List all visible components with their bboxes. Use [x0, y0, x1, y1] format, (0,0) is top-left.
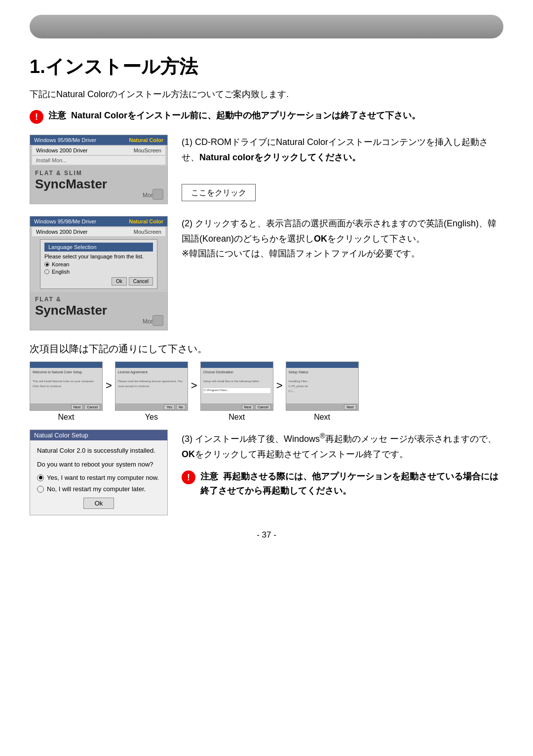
- install-complete-dialog: Natual Color Setup Natural Color 2.0 is …: [30, 430, 168, 515]
- radio-no-label: No, I will restart my computer later.: [47, 485, 146, 493]
- step-3-right: (3) インストール終了後、Windows®再起動のメッセ ージが表示されますの…: [182, 430, 503, 498]
- thumb-label-1: Next: [58, 413, 75, 422]
- syncmaster-bottom-2: FLAT & SyncMaster Monitor: [30, 292, 167, 330]
- step-2-content: クリックすると、表示言語の選択画面が表示されますので英語(English)、韓国…: [182, 218, 496, 258]
- step-1-content: CD-ROMドライブにNatural Colorインストールコンテンツを挿入し起…: [182, 137, 488, 162]
- arrow-3: >: [276, 379, 283, 392]
- syncmaster-header-2: Windows 95/98/Me Driver Natural Color: [30, 216, 167, 226]
- thumb-3: Choose DestinationSetup will install fil…: [200, 361, 273, 411]
- caution-box-1: ! 注意 Natural Colorをインストール前に、起動中の他アプリケーショ…: [30, 109, 503, 124]
- dialog-cancel-btn[interactable]: Cancel: [129, 277, 153, 286]
- dialog-title-bar: Natual Color Setup: [30, 430, 167, 440]
- page-title: 1.インストール方法: [30, 54, 503, 79]
- thumb-2: License AgreementPlease read the followi…: [115, 361, 188, 411]
- thumb-4: Setup StatusInstalling Files...C:\Pl_pho…: [286, 361, 359, 411]
- step-3-content: インストール終了後、Windows®再起動のメッセ ージが表示されますので、OK…: [182, 434, 496, 459]
- thumb-item-2: License AgreementPlease read the followi…: [115, 361, 188, 422]
- caution-text-2: 注意 再起動させる際には、他アプリケーションを起動させている場合には終了させてか…: [200, 469, 503, 498]
- syncmaster-header-1: Windows 95/98/Me Driver Natural Color: [30, 135, 167, 145]
- dialog-ok-btn[interactable]: Ok: [112, 277, 127, 286]
- step-1-number: (1): [182, 137, 195, 147]
- radio-option-no: No, I will restart my computer later.: [37, 485, 160, 493]
- caution-message-1: Natural Colorをインストール前に、起動中の他アプリケーションは終了さ…: [71, 110, 420, 120]
- next-row-label: 次項目以降は下記の通りにして下さい。: [30, 342, 503, 356]
- caution-box-2: ! 注意 再起動させる際には、他アプリケーションを起動させている場合には終了させ…: [182, 469, 503, 498]
- step-2-text: (2) クリックすると、表示言語の選択画面が表示されますので英語(English…: [182, 216, 503, 261]
- caution-icon-2: !: [182, 470, 195, 484]
- thumb-item-1: Welcome to Natural Color SetupThis will …: [30, 361, 103, 422]
- screenshot-1: Windows 95/98/Me Driver Natural Color Wi…: [30, 135, 168, 204]
- caution-icon-1: !: [30, 110, 43, 124]
- radio-option-yes: Yes, I want to restart my computer now.: [37, 474, 160, 481]
- dialog-body: Natural Color 2.0 is successfully instal…: [30, 440, 167, 515]
- syncmaster-icon-2: [152, 315, 163, 326]
- step-3-number: (3): [182, 434, 195, 444]
- radio-yes-circle: [37, 474, 44, 481]
- dialog-body-line2: Do you want to reboot your system now?: [37, 460, 160, 469]
- thumb-label-2: Yes: [145, 413, 158, 422]
- language-dialog: Language Selection Please select your la…: [40, 239, 157, 289]
- thumb-label-4: Next: [314, 413, 330, 422]
- screenshot-2: Windows 95/98/Me Driver Natural Color Wi…: [30, 216, 168, 330]
- caution-message-2: 再起動させる際には、他アプリケーションを起動させている場合には終了させてから再起…: [200, 471, 498, 496]
- step-2-number: (2): [182, 218, 195, 228]
- dialog-body-line1: Natural Color 2.0 is successfully instal…: [37, 446, 160, 455]
- caution-label-2: 注意: [200, 471, 218, 481]
- syncmaster-bottom-1: FLAT & SLIM SyncMaster Monitor: [30, 166, 167, 204]
- next-row-section: 次項目以降は下記の通りにして下さい。 Welcome to Natural Co…: [30, 342, 503, 422]
- thumb-item-3: Choose DestinationSetup will install fil…: [200, 361, 273, 422]
- radio-yes-label: Yes, I want to restart my computer now.: [47, 474, 159, 481]
- page-wrapper: 1.インストール方法 下記にNatural Colorのインストール方法について…: [0, 0, 533, 756]
- step-1-block: Windows 95/98/Me Driver Natural Color Wi…: [30, 135, 503, 204]
- thumb-item-4: Setup StatusInstalling Files...C:\Pl_pho…: [286, 361, 359, 422]
- click-here-label: ここをクリック: [182, 184, 256, 201]
- step-1-text: (1) CD-ROMドライブにNatural Colorインストールコンテンツを…: [182, 135, 503, 201]
- screenshots-row: Welcome to Natural Color SetupThis will …: [30, 361, 503, 422]
- intro-text: 下記にNatural Colorのインストール方法についてご案内致します.: [30, 88, 503, 100]
- arrow-1: >: [106, 379, 112, 392]
- caution-text-1: 注意 Natural Colorをインストール前に、起動中の他アプリケーションは…: [48, 109, 420, 122]
- step-3-text: (3) インストール終了後、Windows®再起動のメッセ ージが表示されますの…: [182, 430, 503, 462]
- thumb-1: Welcome to Natural Color SetupThis will …: [30, 361, 103, 411]
- step-2-block: Windows 95/98/Me Driver Natural Color Wi…: [30, 216, 503, 330]
- page-number: - 37 -: [30, 530, 503, 540]
- arrow-2: >: [191, 379, 197, 392]
- syncmaster-icon-1: [152, 189, 163, 200]
- radio-no-circle: [37, 486, 44, 493]
- top-bar: [30, 15, 503, 38]
- step-3-block: Natual Color Setup Natural Color 2.0 is …: [30, 430, 503, 515]
- thumb-label-3: Next: [228, 413, 245, 422]
- dialog-ok-button[interactable]: Ok: [83, 498, 114, 509]
- caution-label-1: 注意: [48, 110, 66, 120]
